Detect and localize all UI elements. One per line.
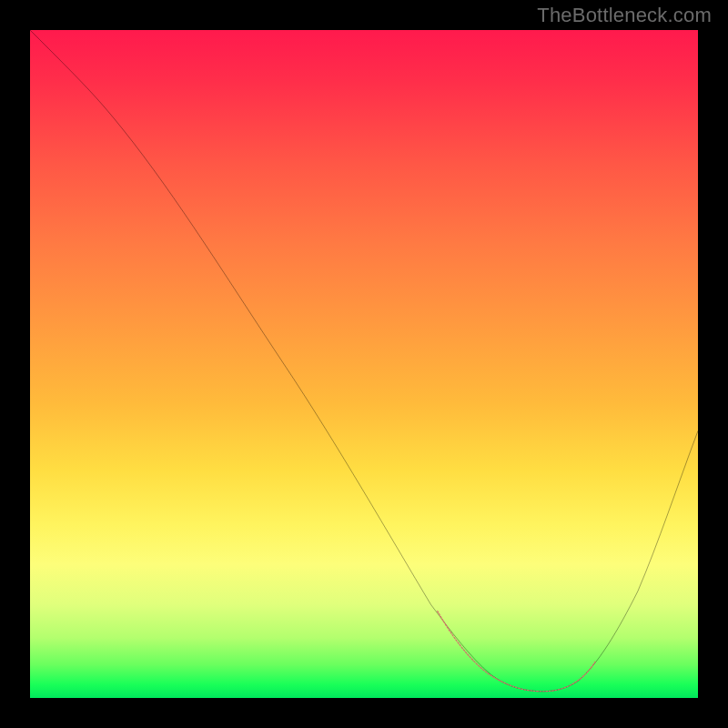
plot-area [30, 30, 698, 698]
background-gradient [30, 30, 698, 698]
chart-frame: TheBottleneck.com [0, 0, 728, 728]
watermark-text: TheBottleneck.com [537, 4, 712, 27]
